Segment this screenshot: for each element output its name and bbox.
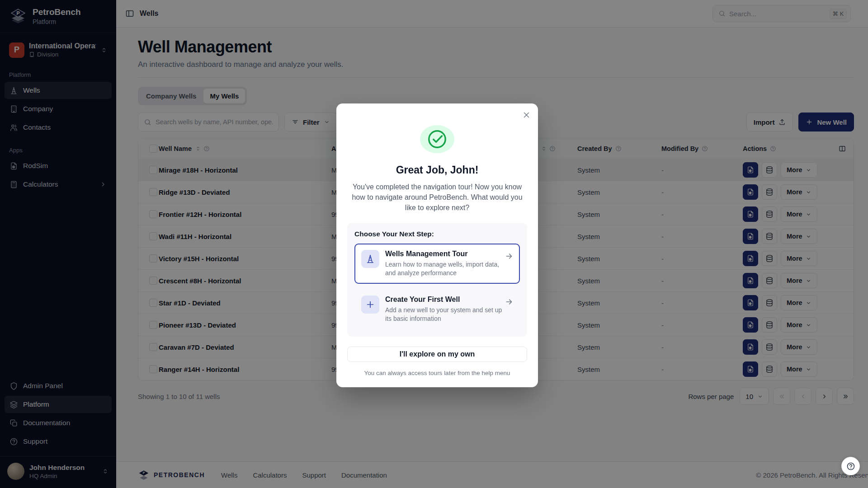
option-description: Learn how to manage wells, import data, … bbox=[385, 260, 504, 277]
close-icon bbox=[523, 111, 530, 119]
tour-complete-modal: Great Job, John! You've completed the na… bbox=[336, 103, 538, 387]
modal-title: Great Job, John! bbox=[347, 164, 527, 176]
plus-icon bbox=[361, 296, 379, 314]
option-create-first-well[interactable]: Create Your First Well Add a new well to… bbox=[354, 289, 520, 329]
help-circle-icon bbox=[846, 462, 855, 471]
modal-footnote: You can always access tours later from t… bbox=[347, 370, 527, 376]
option-title: Create Your First Well bbox=[385, 296, 504, 304]
option-title: Wells Management Tour bbox=[385, 250, 504, 258]
next-steps-panel: Choose Your Next Step: Wells Management … bbox=[347, 223, 527, 337]
modal-description: You've completed the navigation tour! No… bbox=[347, 182, 527, 213]
success-check-icon bbox=[420, 125, 454, 153]
option-wells-management-tour[interactable]: Wells Management Tour Learn how to manag… bbox=[354, 244, 520, 284]
help-button[interactable] bbox=[841, 457, 860, 475]
option-description: Add a new well to your system and set up… bbox=[385, 306, 504, 323]
arrow-right-icon bbox=[505, 252, 513, 260]
derrick-icon bbox=[361, 250, 379, 268]
next-steps-label: Choose Your Next Step: bbox=[354, 230, 520, 238]
close-button[interactable] bbox=[523, 111, 530, 119]
arrow-right-icon bbox=[505, 298, 513, 306]
explore-on-my-own-button[interactable]: I'll explore on my own bbox=[347, 347, 527, 362]
